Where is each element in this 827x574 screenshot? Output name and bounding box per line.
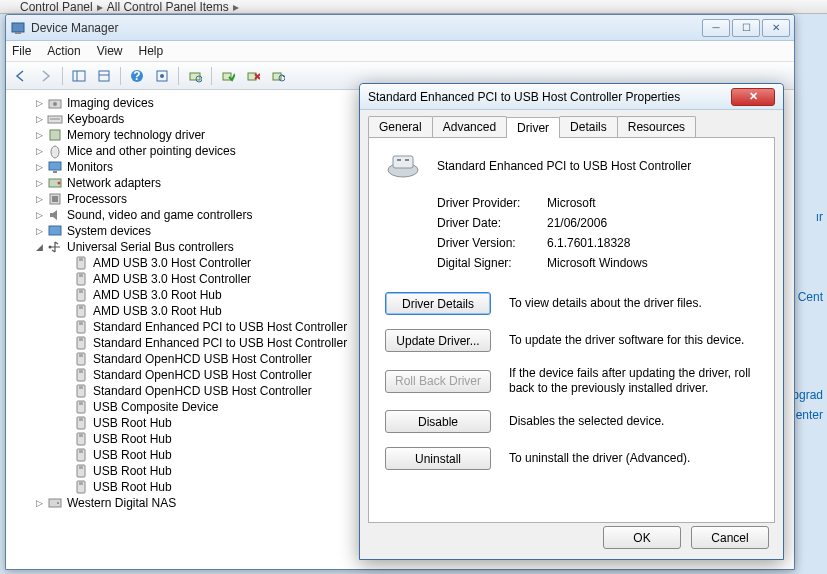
expand-icon[interactable]: ▷: [33, 97, 45, 109]
device-icon: [73, 287, 89, 303]
svg-rect-51: [79, 418, 83, 421]
expand-icon[interactable]: [59, 337, 71, 349]
update-driver-icon[interactable]: [267, 65, 289, 87]
svg-rect-22: [49, 162, 61, 170]
tab-driver[interactable]: Driver: [506, 117, 560, 138]
disable-button[interactable]: Disable: [385, 410, 491, 433]
tree-item-label: USB Composite Device: [93, 400, 218, 414]
forward-button[interactable]: [35, 65, 57, 87]
enable-icon[interactable]: [217, 65, 239, 87]
expand-icon[interactable]: [59, 465, 71, 477]
dialog-close-button[interactable]: ✕: [731, 88, 775, 106]
expand-icon[interactable]: [59, 289, 71, 301]
expand-icon[interactable]: ▷: [33, 225, 45, 237]
device-icon: [47, 175, 63, 191]
device-icon: [73, 367, 89, 383]
menubar: File Action View Help: [6, 41, 794, 62]
svg-rect-4: [99, 71, 109, 81]
menu-file[interactable]: File: [12, 44, 31, 58]
expand-icon[interactable]: [59, 481, 71, 493]
expand-icon[interactable]: [59, 385, 71, 397]
expand-icon[interactable]: [59, 353, 71, 365]
action-icon[interactable]: [151, 65, 173, 87]
expand-icon[interactable]: [59, 417, 71, 429]
maximize-button[interactable]: ☐: [732, 19, 760, 37]
expand-icon[interactable]: ▷: [33, 177, 45, 189]
svg-rect-63: [393, 156, 413, 168]
uninstall-button[interactable]: Uninstall: [385, 447, 491, 470]
tree-item-label: Standard Enhanced PCI to USB Host Contro…: [93, 336, 347, 350]
tree-item-label: Imaging devices: [67, 96, 154, 110]
driver-info: Driver Provider: Microsoft Driver Date: …: [437, 196, 758, 270]
tab-general[interactable]: General: [368, 116, 433, 137]
expand-icon[interactable]: ▷: [33, 193, 45, 205]
tree-item-label: AMD USB 3.0 Root Hub: [93, 288, 222, 302]
device-icon: [47, 143, 63, 159]
expand-icon[interactable]: ▷: [33, 129, 45, 141]
tree-item-label: Keyboards: [67, 112, 124, 126]
svg-rect-28: [49, 226, 61, 235]
driver-details-desc: To view details about the driver files.: [509, 296, 758, 311]
expand-icon[interactable]: [59, 449, 71, 461]
tree-item-label: USB Root Hub: [93, 448, 172, 462]
titlebar[interactable]: Device Manager ─ ☐ ✕: [6, 15, 794, 41]
expand-icon[interactable]: ▷: [33, 209, 45, 221]
svg-rect-57: [79, 466, 83, 469]
expand-icon[interactable]: [59, 305, 71, 317]
tree-item-label: AMD USB 3.0 Root Hub: [93, 304, 222, 318]
breadcrumb-item[interactable]: All Control Panel Items: [107, 0, 229, 14]
tree-item-label: USB Root Hub: [93, 480, 172, 494]
tab-details[interactable]: Details: [559, 116, 618, 137]
tree-item-label: Processors: [67, 192, 127, 206]
device-icon: [47, 95, 63, 111]
dialog-titlebar[interactable]: Standard Enhanced PCI to USB Host Contro…: [360, 84, 783, 110]
show-hide-console-icon[interactable]: [68, 65, 90, 87]
expand-icon[interactable]: ◢: [33, 241, 45, 253]
device-icon: [73, 351, 89, 367]
expand-icon[interactable]: ▷: [33, 161, 45, 173]
signer-value: Microsoft Windows: [547, 256, 758, 270]
breadcrumb-item[interactable]: Control Panel: [20, 0, 93, 14]
properties-icon[interactable]: [93, 65, 115, 87]
menu-view[interactable]: View: [97, 44, 123, 58]
version-label: Driver Version:: [437, 236, 547, 250]
expand-icon[interactable]: [59, 321, 71, 333]
device-icon: [47, 111, 63, 127]
expand-icon[interactable]: ▷: [33, 497, 45, 509]
tree-item-label: USB Root Hub: [93, 464, 172, 478]
device-icon: [73, 383, 89, 399]
tab-advanced[interactable]: Advanced: [432, 116, 507, 137]
device-icon: [47, 191, 63, 207]
expand-icon[interactable]: [59, 257, 71, 269]
tree-item-label: Mice and other pointing devices: [67, 144, 236, 158]
separator: [211, 67, 212, 85]
expand-icon[interactable]: ▷: [33, 113, 45, 125]
device-icon: [47, 239, 63, 255]
uninstall-icon[interactable]: [242, 65, 264, 87]
svg-rect-47: [79, 386, 83, 389]
svg-rect-33: [79, 274, 83, 277]
back-button[interactable]: [10, 65, 32, 87]
ok-button[interactable]: OK: [603, 526, 681, 549]
update-driver-button[interactable]: Update Driver...: [385, 329, 491, 352]
menu-action[interactable]: Action: [47, 44, 80, 58]
expand-icon[interactable]: [59, 369, 71, 381]
cancel-button[interactable]: Cancel: [691, 526, 769, 549]
help-icon[interactable]: ?: [126, 65, 148, 87]
tree-item-label: Standard Enhanced PCI to USB Host Contro…: [93, 320, 347, 334]
device-icon: [47, 223, 63, 239]
expand-icon[interactable]: [59, 433, 71, 445]
expand-icon[interactable]: [59, 273, 71, 285]
scan-hardware-icon[interactable]: [184, 65, 206, 87]
svg-rect-23: [53, 171, 57, 173]
expand-icon[interactable]: [59, 401, 71, 413]
driver-details-button[interactable]: Driver Details: [385, 292, 491, 315]
minimize-button[interactable]: ─: [702, 19, 730, 37]
date-value: 21/06/2006: [547, 216, 758, 230]
menu-help[interactable]: Help: [139, 44, 164, 58]
tree-item-label: Western Digital NAS: [67, 496, 176, 510]
tab-resources[interactable]: Resources: [617, 116, 696, 137]
expand-icon[interactable]: ▷: [33, 145, 45, 157]
rollback-driver-button: Roll Back Driver: [385, 370, 491, 393]
close-button[interactable]: ✕: [762, 19, 790, 37]
